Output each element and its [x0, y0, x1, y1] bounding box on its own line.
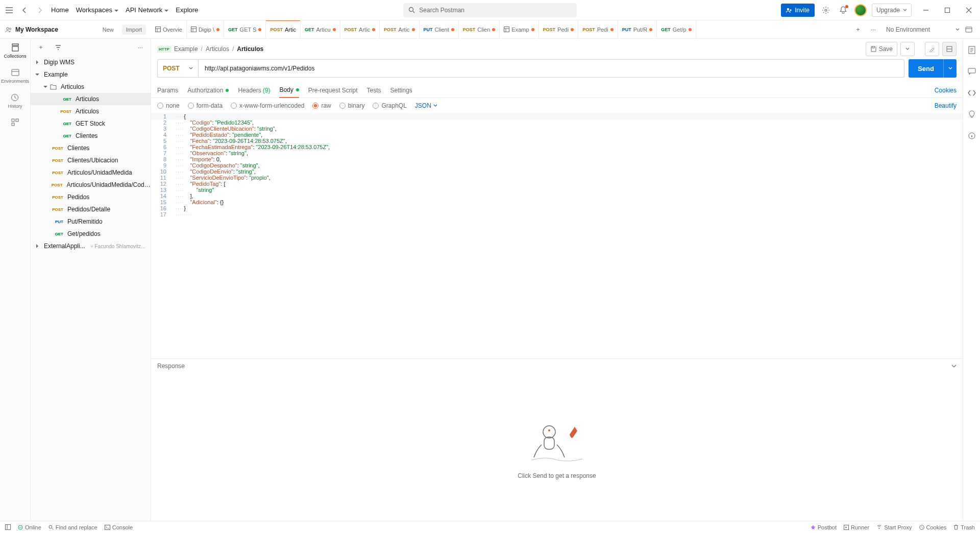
code-line[interactable]: 15···· "Adicional": {} — [151, 199, 963, 205]
body-type-binary[interactable]: binary — [339, 102, 365, 109]
upgrade-button[interactable]: Upgrade — [872, 4, 912, 17]
tab[interactable]: Examp — [500, 20, 538, 39]
status-start-proxy[interactable]: Start Proxy — [876, 524, 912, 530]
tab-params[interactable]: Params — [157, 83, 178, 98]
tree-request[interactable]: POSTArticulos/UnidadMedida/Codig... — [31, 179, 151, 191]
tab-menu-button[interactable]: ··· — [866, 26, 881, 33]
breadcrumb-1[interactable]: Example — [174, 45, 198, 53]
status-runner[interactable]: Runner — [844, 524, 869, 530]
tab[interactable]: PUTClient — [420, 20, 459, 39]
tab[interactable]: POSTArtic — [340, 20, 380, 39]
tab-authorization[interactable]: Authorization — [187, 83, 229, 98]
beautify-link[interactable]: Beautify — [935, 102, 957, 109]
url-input[interactable] — [198, 59, 904, 78]
new-tab-button[interactable]: + — [850, 26, 866, 33]
rail-configure[interactable] — [11, 118, 20, 127]
code-line[interactable]: 7···· "Observacion": "string", — [151, 150, 963, 156]
tab-headers[interactable]: Headers (9) — [238, 83, 270, 98]
tree-folder[interactable]: Example — [31, 68, 151, 81]
code-snippet-icon[interactable] — [966, 87, 978, 99]
tab[interactable]: Overvie — [151, 20, 187, 39]
tab-tests[interactable]: Tests — [366, 83, 381, 98]
tab[interactable]: Digip \ — [187, 20, 224, 39]
code-line[interactable]: 6···· "FechaEstimadaEntrega": "2023-09-2… — [151, 144, 963, 150]
sidebar-options[interactable]: ··· — [134, 41, 146, 54]
status-cookies[interactable]: Cookies — [919, 524, 947, 530]
status-trash[interactable]: Trash — [953, 524, 975, 530]
tree-request[interactable]: POSTClientes — [31, 142, 151, 154]
rail-environments[interactable]: Environments — [1, 68, 29, 84]
code-line[interactable]: 16····} — [151, 205, 963, 211]
status-panel-toggle[interactable] — [5, 524, 11, 530]
tree-request[interactable]: PUTPut/Remitido — [31, 215, 151, 228]
menu-icon[interactable] — [4, 5, 14, 15]
rail-history[interactable]: History — [8, 93, 22, 109]
body-type-raw[interactable]: raw — [312, 102, 331, 109]
comments-icon[interactable] — [966, 65, 978, 78]
tab[interactable]: GETGET S — [224, 20, 266, 39]
workspace-name[interactable]: My Workspace — [5, 26, 94, 33]
tree-request[interactable]: GETClientes — [31, 130, 151, 142]
status-find-replace[interactable]: Find and replace — [48, 524, 97, 530]
code-line[interactable]: 13···· "string" — [151, 187, 963, 193]
tree-request[interactable]: GETGet/pedidos — [31, 228, 151, 240]
edit-icon[interactable] — [925, 42, 939, 56]
tab[interactable]: POSTPedi — [578, 20, 618, 39]
user-avatar[interactable] — [854, 4, 867, 16]
tree-folder[interactable]: Articulos — [31, 81, 151, 93]
tree-request[interactable]: GETGET Stock — [31, 117, 151, 130]
save-button[interactable]: Save — [866, 42, 897, 56]
tab[interactable]: PUTPut/R — [618, 20, 657, 39]
method-select[interactable]: POST — [157, 59, 198, 78]
code-line[interactable]: 11···· "ServicioDeEnvioTipo": "propio", — [151, 175, 963, 181]
code-line[interactable]: 14···· ], — [151, 193, 963, 199]
tree-request[interactable]: POSTPedidos/Detalle — [31, 203, 151, 215]
code-editor[interactable]: 1····{2···· "Codigo": "Pedido12345",3···… — [151, 113, 963, 358]
code-line[interactable]: 3···· "CodigoClienteUbicacion": "string"… — [151, 126, 963, 132]
body-type-formdata[interactable]: form-data — [188, 102, 223, 109]
tab[interactable]: POSTClien — [459, 20, 500, 39]
new-button[interactable]: New — [99, 25, 118, 35]
response-header[interactable]: Response — [151, 358, 963, 373]
window-close[interactable] — [962, 3, 976, 17]
code-line[interactable]: 5···· "Fecha": "2023-09-26T14:28:53.075Z… — [151, 138, 963, 144]
nav-explore[interactable]: Explore — [175, 4, 199, 16]
tree-request[interactable]: POSTPedidos — [31, 191, 151, 203]
tree-folder[interactable]: Digip WMS — [31, 56, 151, 68]
code-line[interactable]: 10···· "CodigoDeEnvio": "string", — [151, 168, 963, 175]
tab-body[interactable]: Body — [279, 83, 299, 98]
code-line[interactable]: 1····{ — [151, 113, 963, 119]
settings-icon[interactable] — [820, 4, 832, 16]
tab[interactable]: GETGet/p — [657, 20, 696, 39]
back-button[interactable] — [19, 5, 30, 15]
tab-prerequest[interactable]: Pre-request Script — [308, 83, 358, 98]
code-line[interactable]: 4···· "PedidoEstado": "pendiente", — [151, 132, 963, 138]
forward-button[interactable] — [35, 5, 45, 15]
nav-workspaces[interactable]: Workspaces — [75, 4, 119, 16]
rail-collections[interactable]: Collections — [4, 43, 26, 59]
send-dropdown[interactable] — [943, 59, 957, 78]
breadcrumb-3[interactable]: Articulos — [237, 45, 263, 53]
window-maximize[interactable] — [940, 3, 954, 17]
code-line[interactable]: 9···· "CodigoDespacho": "string", — [151, 162, 963, 168]
body-type-urlenc[interactable]: x-www-form-urlencoded — [231, 102, 304, 109]
raw-language-select[interactable]: JSON — [415, 102, 437, 109]
nav-home[interactable]: Home — [50, 4, 70, 16]
layout-toggle[interactable] — [942, 42, 957, 56]
notifications-icon[interactable] — [837, 4, 849, 16]
tab[interactable]: POSTArtic — [380, 20, 420, 39]
tab[interactable]: POSTArtic — [266, 20, 301, 39]
code-line[interactable]: 8···· "Importe": 0, — [151, 156, 963, 162]
env-quicklook-icon[interactable] — [963, 23, 975, 36]
import-button[interactable]: Import — [122, 25, 146, 35]
invite-button[interactable]: Invite — [781, 4, 815, 17]
status-postbot[interactable]: Postbot — [811, 524, 837, 530]
tab-settings[interactable]: Settings — [390, 83, 412, 98]
nav-api-network[interactable]: API Network — [125, 4, 169, 16]
sidebar-filter[interactable] — [52, 41, 64, 54]
code-line[interactable]: 12···· "PedidoTag": [ — [151, 181, 963, 187]
save-dropdown[interactable] — [900, 42, 915, 56]
window-minimize[interactable] — [919, 3, 933, 17]
tree-request[interactable]: GETArticulos — [31, 93, 151, 105]
docs-icon[interactable] — [966, 44, 978, 56]
